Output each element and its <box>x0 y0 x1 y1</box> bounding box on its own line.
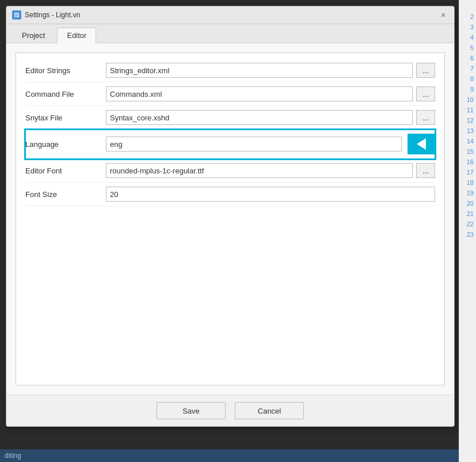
dialog-icon <box>12 10 21 20</box>
line-num-3: 3 <box>459 22 476 32</box>
dialog-title: Settings - Light.vn <box>25 11 80 19</box>
line-num-22: 22 <box>459 219 476 229</box>
line-num-10: 10 <box>459 94 476 105</box>
row-editor-font: Editor Font ... <box>25 159 435 183</box>
line-num-13: 13 <box>459 126 476 136</box>
settings-panel: Editor Strings ... Command File ... <box>16 52 445 385</box>
line-num-12: 12 <box>459 115 476 126</box>
input-wrap-syntax-file: ... <box>106 110 435 125</box>
input-font-size[interactable] <box>106 187 435 202</box>
label-language: Language <box>25 140 100 149</box>
browse-editor-strings[interactable]: ... <box>416 63 435 78</box>
modal-overlay: Settings - Light.vn × Project Editor Edi… <box>0 0 459 462</box>
line-num-9: 9 <box>459 84 476 94</box>
save-button[interactable]: Save <box>157 402 226 419</box>
label-command-file: Command File <box>25 90 100 99</box>
line-num-20: 20 <box>459 198 476 209</box>
browse-command-file[interactable]: ... <box>416 86 435 101</box>
input-wrap-editor-strings: ... <box>106 63 435 78</box>
content-spacer <box>25 206 435 379</box>
input-editor-strings[interactable] <box>106 63 413 78</box>
status-text: diting <box>5 452 21 460</box>
close-button[interactable]: × <box>438 10 448 20</box>
line-num-14: 14 <box>459 136 476 146</box>
row-syntax-file: Snytax File ... <box>25 106 435 130</box>
label-syntax-file: Snytax File <box>25 113 100 122</box>
input-syntax-file[interactable] <box>106 110 413 125</box>
row-language: Language <box>25 130 435 159</box>
input-wrap-language <box>106 137 402 152</box>
status-bar: diting <box>0 449 459 462</box>
input-editor-font[interactable] <box>106 163 413 178</box>
label-font-size: Font Size <box>25 190 100 199</box>
input-command-file[interactable] <box>106 86 413 101</box>
row-editor-strings: Editor Strings ... <box>25 59 435 82</box>
line-num-7: 7 <box>459 63 476 74</box>
row-font-size: Font Size <box>25 183 435 206</box>
line-num-2: 2 <box>459 12 476 22</box>
dialog-titlebar: Settings - Light.vn × <box>6 6 454 24</box>
label-editor-font: Editor Font <box>25 166 100 175</box>
cancel-button[interactable]: Cancel <box>235 402 304 419</box>
tab-editor[interactable]: Editor <box>57 28 96 43</box>
line-num-15: 15 <box>459 146 476 157</box>
input-wrap-font-size <box>106 187 435 202</box>
row-command-file: Command File ... <box>25 82 435 106</box>
browse-editor-font[interactable]: ... <box>416 163 435 178</box>
line-num-11: 11 <box>459 105 476 115</box>
browse-syntax-file[interactable]: ... <box>416 110 435 125</box>
svg-rect-2 <box>15 15 18 16</box>
line-num-8: 8 <box>459 74 476 84</box>
arrow-left-icon <box>417 138 426 150</box>
title-left: Settings - Light.vn <box>12 10 80 20</box>
line-num-6: 6 <box>459 53 476 63</box>
line-num-23: 23 <box>459 229 476 240</box>
dialog-content: Editor Strings ... Command File ... <box>6 43 454 395</box>
settings-dialog: Settings - Light.vn × Project Editor Edi… <box>6 6 455 427</box>
dialog-footer: Save Cancel <box>6 395 454 426</box>
tabs-bar: Project Editor <box>6 24 454 43</box>
line-num-21: 21 <box>459 209 476 219</box>
svg-rect-3 <box>15 16 17 17</box>
input-language[interactable] <box>106 137 402 152</box>
line-num-5: 5 <box>459 43 476 53</box>
language-arrow-button[interactable] <box>408 134 435 154</box>
input-wrap-editor-font: ... <box>106 163 435 178</box>
input-wrap-command-file: ... <box>106 86 435 101</box>
line-numbers-panel: 2 3 4 5 6 7 8 9 10 11 12 13 14 15 16 17 … <box>459 0 476 462</box>
line-num-16: 16 <box>459 157 476 167</box>
line-num-19: 19 <box>459 188 476 198</box>
line-num-18: 18 <box>459 177 476 188</box>
line-num-17: 17 <box>459 167 476 177</box>
tab-project[interactable]: Project <box>12 28 55 43</box>
svg-rect-1 <box>15 14 18 14</box>
label-editor-strings: Editor Strings <box>25 66 100 75</box>
line-num-4: 4 <box>459 32 476 43</box>
